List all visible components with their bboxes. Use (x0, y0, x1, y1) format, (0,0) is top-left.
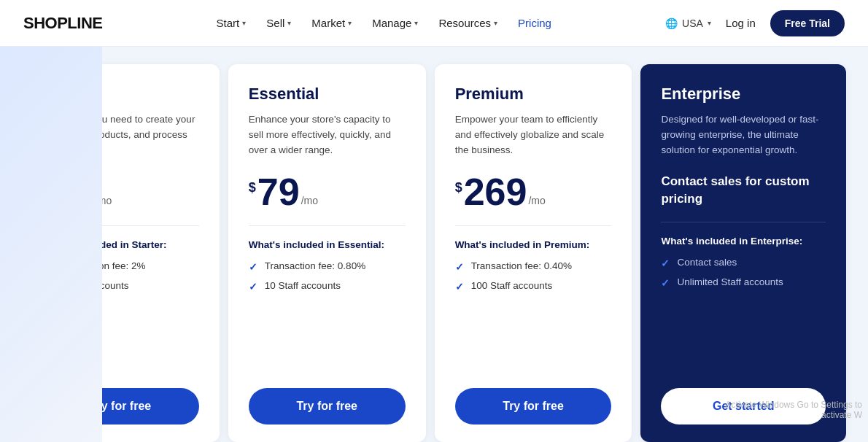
price-number: 79 (257, 173, 300, 211)
feature-item: ✓ 5 Staff accounts (42, 280, 199, 292)
plan-price-premium: $ 269 /mo (455, 173, 612, 211)
feature-text: Transaction fee: 0.40% (471, 260, 572, 271)
divider (249, 225, 406, 226)
check-icon: ✓ (661, 257, 670, 269)
divider (42, 225, 199, 226)
check-icon: ✓ (661, 277, 670, 289)
logo[interactable]: SHOPLINE (23, 14, 102, 33)
header: SHOPLINE Start ▾ Sell ▾ Market ▾ Manage … (0, 0, 868, 47)
check-icon: ✓ (42, 281, 51, 292)
feature-text: Transaction fee: 0.80% (265, 260, 365, 271)
feature-list: ✓ Transaction fee: 0.80% ✓ 10 Staff acco… (249, 260, 406, 371)
nav-market[interactable]: Market ▾ (311, 17, 352, 29)
plan-title-starter: Starter (42, 85, 199, 104)
price-number: 269 (464, 173, 527, 211)
plan-card-enterprise: Enterprise Designed for well-developed o… (640, 64, 846, 442)
chevron-down-icon: ▾ (414, 19, 418, 27)
plan-title-premium: Premium (455, 85, 612, 104)
nav-sell[interactable]: Sell ▾ (266, 17, 291, 29)
price-period: /mo (95, 195, 112, 206)
price-dollar: $ (455, 180, 462, 195)
feature-text: 100 Staff accounts (471, 280, 553, 291)
feature-item: ✓ Transaction fee: 2% (42, 260, 199, 273)
logo-shop: SHOP (23, 14, 67, 33)
globe-icon: 🌐 (665, 18, 678, 29)
feature-item: ✓ 10 Staff accounts (249, 280, 406, 292)
contact-sales-text: Contact sales for custom pricing (661, 173, 826, 208)
divider (661, 222, 826, 222)
cta-button-premium[interactable]: Try for free (455, 388, 612, 424)
plan-price-starter: $ 29 /mo (42, 173, 199, 211)
plan-desc-enterprise: Designed for well-developed or fast-grow… (661, 112, 826, 158)
nav-pricing[interactable]: Pricing (518, 17, 551, 29)
plan-desc-essential: Enhance your store's capacity to sell mo… (249, 112, 406, 158)
check-icon: ✓ (249, 261, 257, 273)
header-right: 🌐 USA ▾ Log in Free Trial (665, 10, 845, 36)
free-trial-button[interactable]: Free Trial (770, 10, 845, 36)
plan-desc-starter: Everything you need to create your store… (42, 112, 199, 158)
feature-list: ✓ Transaction fee: 0.40% ✓ 100 Staff acc… (455, 260, 612, 371)
nav: Start ▾ Sell ▾ Market ▾ Manage ▾ Resourc… (217, 17, 551, 29)
price-dollar: $ (249, 180, 256, 195)
feature-text: Contact sales (677, 257, 737, 268)
logo-line: LINE (67, 14, 102, 33)
chevron-down-icon: ▾ (708, 19, 711, 27)
chevron-down-icon: ▾ (494, 19, 497, 27)
included-title: What's included in Essential: (249, 239, 406, 250)
feature-item: ✓ Transaction fee: 0.80% (249, 260, 406, 273)
check-icon: ✓ (455, 281, 464, 292)
feature-list: ✓ Transaction fee: 2% ✓ 5 Staff accounts (42, 260, 199, 371)
check-icon: ✓ (249, 281, 257, 292)
feature-text: 5 Staff accounts (58, 280, 129, 291)
divider (455, 225, 612, 226)
feature-text: 10 Staff accounts (265, 280, 341, 291)
plan-title-enterprise: Enterprise (661, 85, 826, 104)
chevron-down-icon: ▾ (348, 19, 352, 27)
login-button[interactable]: Log in (726, 17, 756, 29)
pricing-cards: Starter Everything you need to create yo… (18, 64, 850, 442)
feature-item: ✓ 100 Staff accounts (455, 280, 612, 292)
price-period: /mo (528, 195, 545, 206)
check-icon: ✓ (42, 261, 51, 273)
nav-resources[interactable]: Resources ▾ (438, 17, 497, 29)
plan-price-essential: $ 79 /mo (249, 173, 406, 211)
price-period: /mo (301, 195, 318, 206)
nav-start[interactable]: Start ▾ (217, 17, 247, 29)
pricing-main: Starter Everything you need to create yo… (0, 47, 868, 442)
chevron-down-icon: ▾ (242, 19, 246, 27)
included-title: What's included in Premium: (455, 239, 612, 250)
plan-card-premium: Premium Empower your team to efficiently… (435, 64, 632, 442)
region-label: USA (682, 18, 703, 29)
price-number: 29 (51, 173, 93, 211)
feature-item: ✓ Contact sales (661, 257, 826, 269)
region-selector[interactable]: 🌐 USA ▾ (665, 18, 711, 29)
nav-manage[interactable]: Manage ▾ (372, 17, 418, 29)
feature-item: ✓ Transaction fee: 0.40% (455, 260, 612, 273)
feature-text: Transaction fee: 2% (58, 260, 146, 271)
plan-card-starter: Starter Everything you need to create yo… (22, 64, 220, 442)
watermark: Activate Windows Go to Settings to activ… (722, 400, 868, 420)
plan-desc-premium: Empower your team to efficiently and eff… (455, 112, 612, 158)
plan-card-essential: Essential Enhance your store's capacity … (228, 64, 426, 442)
feature-list: ✓ Contact sales ✓ Unlimited Staff accoun… (661, 257, 826, 371)
price-dollar: $ (42, 180, 50, 195)
included-title: What's included in Enterprise: (661, 236, 826, 247)
chevron-down-icon: ▾ (287, 19, 291, 27)
included-title: What's included in Starter: (42, 239, 199, 250)
feature-item: ✓ Unlimited Staff accounts (661, 276, 826, 289)
cta-button-essential[interactable]: Try for free (249, 388, 406, 424)
cta-button-starter[interactable]: Try for free (42, 388, 199, 424)
plan-title-essential: Essential (249, 85, 406, 104)
check-icon: ✓ (455, 261, 464, 273)
feature-text: Unlimited Staff accounts (677, 276, 783, 287)
